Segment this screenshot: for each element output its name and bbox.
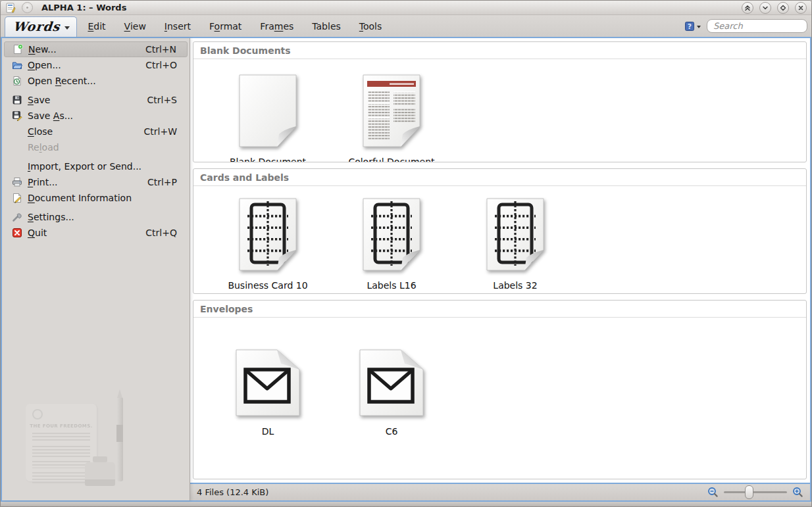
section-title: Blank Documents <box>193 42 806 59</box>
watermark-ink-bottle-icon <box>85 462 115 486</box>
menu-item-shortcut: Ctrl+S <box>147 95 177 105</box>
menu-item-label: Import, Export or Send... <box>28 161 141 172</box>
watermark-pen-icon <box>116 397 123 481</box>
menu-item-open-recent[interactable]: Open Recent... <box>4 73 188 89</box>
menu-item-label: Open Recent... <box>28 76 96 86</box>
menu-item-save[interactable]: Save Ctrl+S <box>4 92 188 108</box>
svg-text:?: ? <box>688 22 692 31</box>
tile-label: Labels L16 <box>367 280 416 291</box>
save-as-icon <box>12 110 22 121</box>
template-sections: Blank Documents Blank Document <box>190 38 810 483</box>
menu-item-label: Document Information <box>28 193 132 203</box>
menu-item-label: Close <box>28 126 53 137</box>
tile-label: Business Card 10 <box>228 280 307 291</box>
document-info-icon <box>12 193 22 203</box>
zoom-slider[interactable] <box>724 485 787 499</box>
template-tile-labels-l16[interactable]: Labels L16 <box>330 197 453 291</box>
section-title: Cards and Labels <box>193 169 806 186</box>
menubar: Words Edit View Insert Format Frames Tab… <box>1 15 811 37</box>
chevron-down-icon <box>697 26 701 28</box>
help-button[interactable]: ? <box>684 21 701 32</box>
watermark-poster: THE FOUR FREEDOMS. <box>26 404 97 481</box>
template-tile-blank-document[interactable]: Blank Document <box>206 74 330 162</box>
menu-item-close[interactable]: Close Ctrl+W <box>4 124 188 139</box>
menubar-item-view[interactable]: View <box>116 17 154 36</box>
menubar-item-tables[interactable]: Tables <box>304 17 349 36</box>
menu-item-label: Settings... <box>28 212 74 222</box>
menu-item-shortcut: Ctrl+W <box>144 126 177 137</box>
window-title: ALPHA 1: – Words <box>41 3 126 12</box>
menubar-item-frames[interactable]: Frames <box>252 17 301 36</box>
template-tile-business-card-10[interactable]: Business Card 10 <box>206 197 330 291</box>
window-bottom-border <box>1 502 811 506</box>
menu-item-quit[interactable]: Quit Ctrl+Q <box>4 225 188 241</box>
menu-item-label: New... <box>28 44 57 55</box>
section-blank-documents: Blank Documents Blank Document <box>193 41 807 162</box>
minimize-button[interactable] <box>759 2 771 14</box>
template-chooser: Blank Documents Blank Document <box>190 38 810 500</box>
menu-item-document-information[interactable]: Document Information <box>4 190 188 206</box>
zoom-slider-handle[interactable] <box>745 485 753 499</box>
envelope-icon <box>355 348 428 418</box>
menu-item-print[interactable]: Print... Ctrl+P <box>4 174 188 190</box>
template-tile-colorful-document[interactable]: Colorful Document <box>330 74 453 162</box>
search-input[interactable] <box>707 19 807 33</box>
tile-label: DL <box>262 426 274 437</box>
menubar-item-insert[interactable]: Insert <box>157 17 199 36</box>
menu-item-shortcut: Ctrl+P <box>147 177 177 187</box>
no-icon-spacer <box>12 126 22 137</box>
watermark-logo-icon <box>32 409 43 420</box>
save-icon <box>12 95 22 105</box>
statusbar: 4 Files (12.4 KiB) <box>190 483 810 500</box>
section-title: Envelopes <box>193 301 806 318</box>
label-grid-icon <box>482 197 548 272</box>
label-grid-icon <box>235 197 301 272</box>
zoom-in-icon[interactable] <box>792 487 803 498</box>
section-cards-and-labels: Cards and Labels <box>193 168 807 294</box>
template-tile-c6[interactable]: C6 <box>330 348 453 437</box>
app-menu-button-words[interactable]: Words <box>5 16 77 37</box>
menu-item-shortcut: Ctrl+O <box>145 60 177 70</box>
menu-item-new[interactable]: New... Ctrl+N <box>4 41 188 57</box>
maximize-icon <box>779 4 787 12</box>
words-app-icon <box>5 3 16 13</box>
menu-item-label: Open... <box>28 60 61 70</box>
keep-above-button[interactable] <box>742 2 753 14</box>
menu-item-shortcut: Ctrl+Q <box>145 228 177 238</box>
menu-item-import-export[interactable]: Import, Export or Send... <box>4 158 188 174</box>
minimize-icon <box>761 4 769 12</box>
maximize-button[interactable] <box>777 2 789 14</box>
no-icon-spacer <box>12 161 22 172</box>
document-open-icon <box>12 60 22 70</box>
menu-item-label: Quit <box>28 228 47 238</box>
words-menu-popup: New... Ctrl+N Open... Ctrl+O Open Re <box>2 38 190 500</box>
menubar-item-edit[interactable]: Edit <box>80 17 113 36</box>
document-new-icon <box>13 44 23 55</box>
close-icon <box>797 4 805 12</box>
help-icon: ? <box>684 21 695 32</box>
tile-label: Colorful Document <box>348 157 434 162</box>
tile-label: Labels 32 <box>493 280 537 291</box>
menu-item-save-as[interactable]: Save As... <box>4 108 188 124</box>
template-tile-labels-32[interactable]: Labels 32 <box>453 197 577 291</box>
sticky-window-button[interactable] <box>22 2 33 13</box>
menubar-item-tools[interactable]: Tools <box>351 17 390 36</box>
settings-icon <box>12 212 22 222</box>
menu-item-open[interactable]: Open... Ctrl+O <box>4 57 188 73</box>
zoom-controls <box>707 485 803 499</box>
envelope-icon <box>231 348 305 418</box>
template-tile-dl[interactable]: DL <box>206 348 330 437</box>
menu-item-label: Print... <box>28 177 58 187</box>
zoom-slider-track[interactable] <box>724 491 787 493</box>
chevron-down-icon <box>64 26 70 30</box>
menu-item-label: Save As... <box>28 110 73 121</box>
menu-item-settings[interactable]: Settings... <box>4 209 188 225</box>
titlebar[interactable]: ALPHA 1: – Words <box>1 1 811 15</box>
zoom-out-icon[interactable] <box>707 487 719 498</box>
menubar-item-format[interactable]: Format <box>201 17 249 36</box>
keep-above-icon <box>744 4 751 12</box>
tile-label: Blank Document <box>230 157 306 162</box>
close-button[interactable] <box>795 2 807 14</box>
file-count-label: 4 Files (12.4 KiB) <box>197 487 268 497</box>
label-grid-icon <box>359 197 424 272</box>
